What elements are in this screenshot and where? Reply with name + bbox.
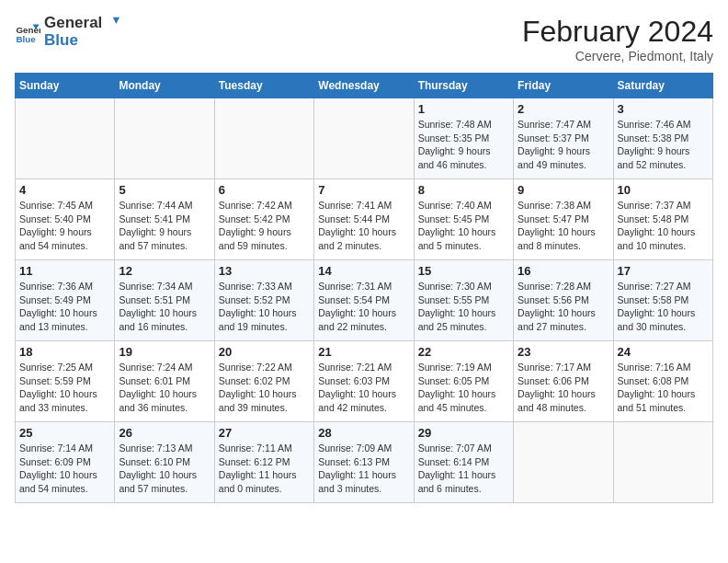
calendar-week-3: 11Sunrise: 7:36 AM Sunset: 5:49 PM Dayli… xyxy=(16,260,713,341)
weekday-header-wednesday: Wednesday xyxy=(314,74,414,98)
calendar-cell: 27Sunrise: 7:11 AM Sunset: 6:12 PM Dayli… xyxy=(214,422,313,503)
calendar-week-1: 1Sunrise: 7:48 AM Sunset: 5:35 PM Daylig… xyxy=(16,98,713,179)
calendar-cell xyxy=(214,98,313,179)
calendar-cell: 11Sunrise: 7:36 AM Sunset: 5:49 PM Dayli… xyxy=(16,260,115,341)
page-header: General Blue General Blue February 2024 … xyxy=(15,15,713,63)
day-info: Sunrise: 7:27 AM Sunset: 5:58 PM Dayligh… xyxy=(618,280,709,334)
day-number: 20 xyxy=(219,345,310,359)
day-number: 19 xyxy=(119,345,210,359)
calendar-cell: 24Sunrise: 7:16 AM Sunset: 6:08 PM Dayli… xyxy=(613,341,712,422)
calendar-cell: 7Sunrise: 7:41 AM Sunset: 5:44 PM Daylig… xyxy=(314,179,414,260)
weekday-header-row: SundayMondayTuesdayWednesdayThursdayFrid… xyxy=(16,74,713,98)
calendar-cell: 26Sunrise: 7:13 AM Sunset: 6:10 PM Dayli… xyxy=(115,422,214,503)
title-block: February 2024 Cervere, Piedmont, Italy xyxy=(522,15,713,63)
day-number: 24 xyxy=(618,345,709,359)
day-info: Sunrise: 7:22 AM Sunset: 6:02 PM Dayligh… xyxy=(219,361,310,415)
calendar-cell: 2Sunrise: 7:47 AM Sunset: 5:37 PM Daylig… xyxy=(514,98,613,179)
weekday-header-tuesday: Tuesday xyxy=(214,74,313,98)
day-number: 15 xyxy=(418,264,509,278)
weekday-header-monday: Monday xyxy=(115,74,214,98)
day-number: 11 xyxy=(19,264,110,278)
day-number: 1 xyxy=(418,102,509,116)
day-number: 3 xyxy=(618,102,709,116)
svg-text:Blue: Blue xyxy=(16,34,36,44)
day-info: Sunrise: 7:42 AM Sunset: 5:42 PM Dayligh… xyxy=(219,199,310,253)
day-number: 8 xyxy=(418,183,509,197)
day-number: 2 xyxy=(518,102,609,116)
day-info: Sunrise: 7:47 AM Sunset: 5:37 PM Dayligh… xyxy=(518,118,609,172)
calendar-cell xyxy=(514,422,613,503)
calendar-cell: 1Sunrise: 7:48 AM Sunset: 5:35 PM Daylig… xyxy=(414,98,513,179)
day-info: Sunrise: 7:19 AM Sunset: 6:05 PM Dayligh… xyxy=(418,361,509,415)
day-info: Sunrise: 7:33 AM Sunset: 5:52 PM Dayligh… xyxy=(219,280,310,334)
calendar-cell: 3Sunrise: 7:46 AM Sunset: 5:38 PM Daylig… xyxy=(613,98,712,179)
day-info: Sunrise: 7:09 AM Sunset: 6:13 PM Dayligh… xyxy=(318,442,409,496)
day-info: Sunrise: 7:25 AM Sunset: 5:59 PM Dayligh… xyxy=(19,361,110,415)
calendar-cell: 13Sunrise: 7:33 AM Sunset: 5:52 PM Dayli… xyxy=(214,260,313,341)
calendar-cell: 5Sunrise: 7:44 AM Sunset: 5:41 PM Daylig… xyxy=(115,179,214,260)
day-number: 25 xyxy=(19,426,110,440)
day-info: Sunrise: 7:37 AM Sunset: 5:48 PM Dayligh… xyxy=(618,199,709,253)
day-info: Sunrise: 7:45 AM Sunset: 5:40 PM Dayligh… xyxy=(19,199,110,253)
calendar-cell: 18Sunrise: 7:25 AM Sunset: 5:59 PM Dayli… xyxy=(16,341,115,422)
calendar-cell: 20Sunrise: 7:22 AM Sunset: 6:02 PM Dayli… xyxy=(214,341,313,422)
day-info: Sunrise: 7:24 AM Sunset: 6:01 PM Dayligh… xyxy=(119,361,210,415)
calendar-cell: 15Sunrise: 7:30 AM Sunset: 5:55 PM Dayli… xyxy=(414,260,513,341)
day-info: Sunrise: 7:36 AM Sunset: 5:49 PM Dayligh… xyxy=(19,280,110,334)
day-info: Sunrise: 7:13 AM Sunset: 6:10 PM Dayligh… xyxy=(119,442,210,496)
weekday-header-friday: Friday xyxy=(514,74,613,98)
calendar-cell xyxy=(115,98,214,179)
calendar-cell xyxy=(314,98,414,179)
month-title: February 2024 xyxy=(522,15,713,49)
day-info: Sunrise: 7:21 AM Sunset: 6:03 PM Dayligh… xyxy=(318,361,409,415)
weekday-header-saturday: Saturday xyxy=(613,74,712,98)
day-info: Sunrise: 7:30 AM Sunset: 5:55 PM Dayligh… xyxy=(418,280,509,334)
calendar-cell: 16Sunrise: 7:28 AM Sunset: 5:56 PM Dayli… xyxy=(514,260,613,341)
day-number: 5 xyxy=(119,183,210,197)
day-info: Sunrise: 7:16 AM Sunset: 6:08 PM Dayligh… xyxy=(618,361,709,415)
day-number: 14 xyxy=(318,264,409,278)
weekday-header-sunday: Sunday xyxy=(16,74,115,98)
calendar-week-5: 25Sunrise: 7:14 AM Sunset: 6:09 PM Dayli… xyxy=(16,422,713,503)
calendar-cell: 8Sunrise: 7:40 AM Sunset: 5:45 PM Daylig… xyxy=(414,179,513,260)
day-info: Sunrise: 7:40 AM Sunset: 5:45 PM Dayligh… xyxy=(418,199,509,253)
calendar-cell: 25Sunrise: 7:14 AM Sunset: 6:09 PM Dayli… xyxy=(16,422,115,503)
calendar-cell: 21Sunrise: 7:21 AM Sunset: 6:03 PM Dayli… xyxy=(314,341,414,422)
day-info: Sunrise: 7:28 AM Sunset: 5:56 PM Dayligh… xyxy=(518,280,609,334)
day-number: 28 xyxy=(318,426,409,440)
day-number: 18 xyxy=(19,345,110,359)
day-number: 4 xyxy=(19,183,110,197)
calendar-cell: 17Sunrise: 7:27 AM Sunset: 5:58 PM Dayli… xyxy=(613,260,712,341)
day-info: Sunrise: 7:34 AM Sunset: 5:51 PM Dayligh… xyxy=(119,280,210,334)
calendar-week-2: 4Sunrise: 7:45 AM Sunset: 5:40 PM Daylig… xyxy=(16,179,713,260)
calendar-cell: 28Sunrise: 7:09 AM Sunset: 6:13 PM Dayli… xyxy=(314,422,414,503)
day-info: Sunrise: 7:38 AM Sunset: 5:47 PM Dayligh… xyxy=(518,199,609,253)
day-number: 27 xyxy=(219,426,310,440)
day-number: 26 xyxy=(119,426,210,440)
day-info: Sunrise: 7:31 AM Sunset: 5:54 PM Dayligh… xyxy=(318,280,409,334)
day-number: 7 xyxy=(318,183,409,197)
day-info: Sunrise: 7:11 AM Sunset: 6:12 PM Dayligh… xyxy=(219,442,310,496)
day-number: 13 xyxy=(219,264,310,278)
day-info: Sunrise: 7:41 AM Sunset: 5:44 PM Dayligh… xyxy=(318,199,409,253)
day-info: Sunrise: 7:46 AM Sunset: 5:38 PM Dayligh… xyxy=(618,118,709,172)
svg-marker-3 xyxy=(113,17,119,23)
day-number: 21 xyxy=(318,345,409,359)
day-info: Sunrise: 7:44 AM Sunset: 5:41 PM Dayligh… xyxy=(119,199,210,253)
calendar-cell: 6Sunrise: 7:42 AM Sunset: 5:42 PM Daylig… xyxy=(214,179,313,260)
day-number: 6 xyxy=(219,183,310,197)
day-number: 10 xyxy=(618,183,709,197)
day-number: 17 xyxy=(618,264,709,278)
day-number: 23 xyxy=(518,345,609,359)
day-number: 16 xyxy=(518,264,609,278)
calendar-cell: 4Sunrise: 7:45 AM Sunset: 5:40 PM Daylig… xyxy=(16,179,115,260)
location: Cervere, Piedmont, Italy xyxy=(522,49,713,63)
day-info: Sunrise: 7:14 AM Sunset: 6:09 PM Dayligh… xyxy=(19,442,110,496)
calendar-cell: 22Sunrise: 7:19 AM Sunset: 6:05 PM Dayli… xyxy=(414,341,513,422)
day-number: 29 xyxy=(418,426,509,440)
calendar-cell xyxy=(16,98,115,179)
day-info: Sunrise: 7:07 AM Sunset: 6:14 PM Dayligh… xyxy=(418,442,509,496)
calendar-cell: 23Sunrise: 7:17 AM Sunset: 6:06 PM Dayli… xyxy=(514,341,613,422)
calendar-cell: 9Sunrise: 7:38 AM Sunset: 5:47 PM Daylig… xyxy=(514,179,613,260)
weekday-header-thursday: Thursday xyxy=(414,74,513,98)
